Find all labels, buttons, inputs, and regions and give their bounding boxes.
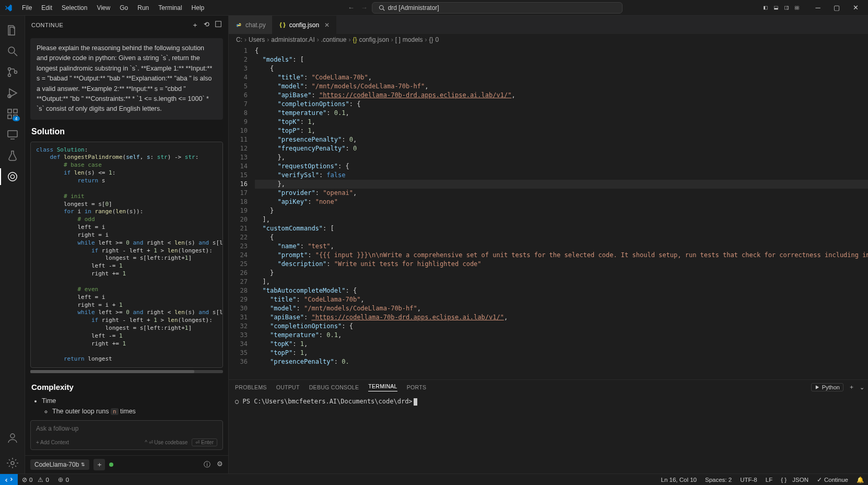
terminal-dropdown-icon[interactable]: ⌄ bbox=[860, 384, 864, 390]
editor-tabs: chat.py config.json ✕ ⋯ bbox=[229, 16, 868, 34]
history-icon[interactable]: ⟲ bbox=[204, 20, 209, 30]
layout-toggle-bottom-icon[interactable] bbox=[772, 4, 780, 12]
line-number-gutter: 1234567891011121314151617181920212223242… bbox=[229, 45, 255, 379]
tab-chat-py[interactable]: chat.py bbox=[229, 16, 273, 34]
activity-bar: 4 bbox=[0, 16, 25, 474]
user-prompt-box: Please explain the reasoning behind the … bbox=[30, 38, 223, 120]
extensions-badge: 4 bbox=[13, 116, 19, 121]
panel-tab-debug[interactable]: DEBUG CONSOLE bbox=[309, 384, 359, 390]
nav-back-icon[interactable]: ← bbox=[348, 4, 355, 11]
command-center-search[interactable]: drd [Administrator] bbox=[372, 2, 623, 14]
activity-settings[interactable] bbox=[0, 453, 25, 474]
svg-rect-11 bbox=[797, 8, 799, 9]
activity-testing[interactable] bbox=[0, 145, 25, 166]
statusbar: ⊘0⚠0 0 Ln 16, Col 10 Spaces: 2 UTF-8 LF … bbox=[0, 474, 868, 485]
layout-toggle-left-icon[interactable] bbox=[761, 4, 770, 12]
debug-icon bbox=[815, 385, 820, 390]
window-maximize[interactable]: ▢ bbox=[828, 1, 845, 15]
menu-run[interactable]: Run bbox=[133, 2, 153, 14]
followup-placeholder[interactable]: Ask a follow-up bbox=[31, 421, 222, 436]
status-language[interactable]: { } JSON bbox=[777, 477, 813, 483]
svg-rect-10 bbox=[795, 8, 797, 9]
status-indent[interactable]: Spaces: 2 bbox=[701, 477, 736, 483]
add-context-button[interactable]: + Add Context bbox=[36, 440, 69, 445]
panel-tab-ports[interactable]: PORTS bbox=[407, 384, 426, 390]
panel-tab-output[interactable]: OUTPUT bbox=[276, 384, 300, 390]
window-close[interactable]: ✕ bbox=[847, 1, 864, 15]
layout-customize-icon[interactable] bbox=[793, 4, 801, 12]
activity-scm[interactable] bbox=[0, 62, 25, 83]
tab-config-json[interactable]: config.json ✕ bbox=[273, 16, 336, 34]
status-eol[interactable]: LF bbox=[761, 477, 777, 483]
python-file-icon bbox=[235, 21, 242, 29]
nav-forward-icon[interactable]: → bbox=[361, 4, 368, 11]
status-errors[interactable]: ⊘0⚠0 bbox=[18, 476, 53, 483]
titlebar-center: ← → drd [Administrator] bbox=[208, 2, 761, 14]
status-continue[interactable]: ✓Continue bbox=[813, 476, 852, 483]
status-notifications-icon[interactable]: 🔔 bbox=[852, 476, 868, 483]
new-terminal-icon[interactable]: ＋ bbox=[849, 384, 854, 391]
window-minimize[interactable]: ─ bbox=[810, 1, 826, 15]
menu-view[interactable]: View bbox=[92, 2, 114, 14]
menu-go[interactable]: Go bbox=[115, 2, 132, 14]
search-text: drd [Administrator] bbox=[388, 4, 439, 11]
svg-rect-3 bbox=[764, 6, 766, 9]
terminal-prompt-symbol: ○ bbox=[235, 398, 239, 405]
titlebar-left: File Edit Selection View Go Run Terminal… bbox=[0, 2, 208, 14]
code-scrollbar[interactable] bbox=[30, 370, 223, 373]
use-codebase-hint: ^ ⏎ Use codebase bbox=[145, 440, 187, 445]
enter-button[interactable]: ⏎ Enter bbox=[192, 438, 217, 446]
panel-tab-terminal[interactable]: TERMINAL bbox=[368, 383, 397, 391]
model-settings-icon[interactable]: ⚙ bbox=[217, 460, 223, 469]
svg-rect-9 bbox=[797, 6, 799, 8]
terminal-profile-selector[interactable]: Python bbox=[811, 383, 843, 391]
activity-search[interactable] bbox=[0, 41, 25, 62]
code-editor[interactable]: { "models": [ { "title": "CodeLlama-70b"… bbox=[255, 45, 868, 379]
svg-point-26 bbox=[10, 434, 15, 438]
svg-point-14 bbox=[8, 68, 10, 71]
svg-rect-6 bbox=[785, 6, 789, 9]
complexity-heading: Complexity bbox=[31, 383, 222, 391]
remote-connect-button[interactable] bbox=[0, 474, 18, 486]
complexity-list: Time The outer loop runs n times The inn… bbox=[30, 396, 223, 415]
activity-remote-explorer[interactable] bbox=[0, 124, 25, 145]
svg-point-15 bbox=[8, 74, 10, 77]
solution-code-block: class Solution: def longestPalindrome(se… bbox=[30, 142, 223, 368]
new-chat-icon[interactable]: ＋ bbox=[192, 20, 198, 30]
activity-continue[interactable] bbox=[0, 166, 25, 187]
menu-selection[interactable]: Selection bbox=[57, 2, 91, 14]
activity-debug[interactable] bbox=[0, 83, 25, 103]
editor-body[interactable]: 1234567891011121314151617181920212223242… bbox=[229, 45, 868, 379]
add-model-button[interactable]: ＋ bbox=[93, 459, 105, 470]
status-encoding[interactable]: UTF-8 bbox=[736, 477, 761, 483]
menu-edit[interactable]: Edit bbox=[37, 2, 56, 14]
svg-line-1 bbox=[383, 9, 384, 10]
activity-accounts[interactable] bbox=[0, 428, 25, 448]
activity-explorer[interactable] bbox=[0, 20, 25, 41]
svg-point-16 bbox=[14, 71, 17, 74]
followup-input-box[interactable]: Ask a follow-up + Add Context ^ ⏎ Use co… bbox=[30, 420, 223, 450]
svg-rect-7 bbox=[787, 6, 789, 9]
editor-area: chat.py config.json ✕ ⋯ C:› Users› admin… bbox=[229, 16, 868, 474]
sidebar-more-icon[interactable] bbox=[215, 20, 222, 30]
model-bar: CodeLlama-70b⇅ ＋ ⓘ ⚙ bbox=[25, 455, 228, 474]
titlebar: File Edit Selection View Go Run Terminal… bbox=[0, 0, 868, 16]
layout-toggle-right-icon[interactable] bbox=[782, 4, 791, 12]
close-tab-icon[interactable]: ✕ bbox=[324, 21, 330, 29]
activity-extensions[interactable]: 4 bbox=[0, 103, 25, 124]
svg-rect-21 bbox=[14, 109, 17, 113]
status-cursor-pos[interactable]: Ln 16, Col 10 bbox=[657, 477, 701, 483]
help-icon[interactable]: ⓘ bbox=[204, 460, 210, 469]
svg-point-0 bbox=[379, 5, 383, 9]
breadcrumb[interactable]: C:› Users› administrator.AI› .continue› … bbox=[229, 34, 868, 45]
solution-heading: Solution bbox=[31, 127, 222, 136]
model-selector[interactable]: CodeLlama-70b⇅ bbox=[30, 459, 89, 470]
terminal-content[interactable]: ○ PS C:\Users\bmcfeeters.AI\Documents\co… bbox=[229, 395, 868, 474]
svg-rect-19 bbox=[8, 115, 11, 119]
chevron-updown-icon: ⇅ bbox=[81, 462, 85, 467]
panel-tab-problems[interactable]: PROBLEMS bbox=[235, 384, 267, 390]
menu-file[interactable]: File bbox=[18, 2, 36, 14]
status-ports[interactable]: 0 bbox=[53, 477, 73, 483]
menu-terminal[interactable]: Terminal bbox=[154, 2, 186, 14]
menu-help[interactable]: Help bbox=[187, 2, 209, 14]
